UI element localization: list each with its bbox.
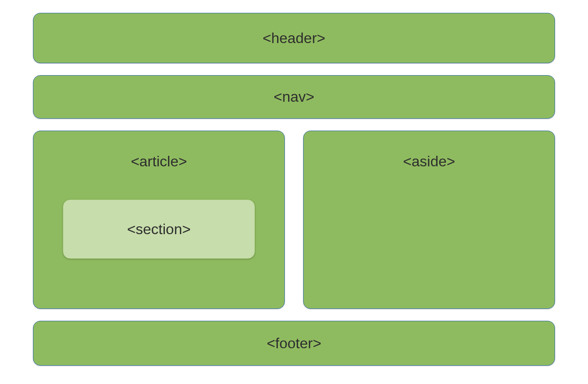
section-element-box: <section> [63,199,255,259]
footer-element-box: <footer> [33,321,555,366]
section-label: <section> [127,221,191,238]
header-label: <header> [262,30,325,47]
article-element-box: <article> <section> [33,131,285,309]
aside-element-box: <aside> [303,131,555,309]
middle-row: <article> <section> <aside> [33,131,555,309]
header-element-box: <header> [33,13,555,63]
aside-label: <aside> [403,153,455,170]
nav-element-box: <nav> [33,75,555,119]
footer-label: <footer> [267,335,321,352]
html5-layout-diagram: <header> <nav> <article> <section> <asid… [33,13,555,366]
nav-label: <nav> [274,88,315,105]
article-label: <article> [131,153,187,170]
